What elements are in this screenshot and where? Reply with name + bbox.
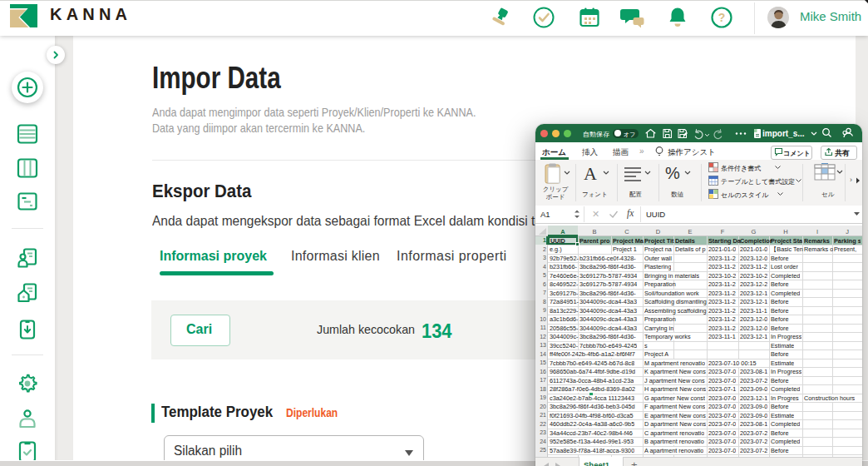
svg-text:?: ? [718,11,726,24]
